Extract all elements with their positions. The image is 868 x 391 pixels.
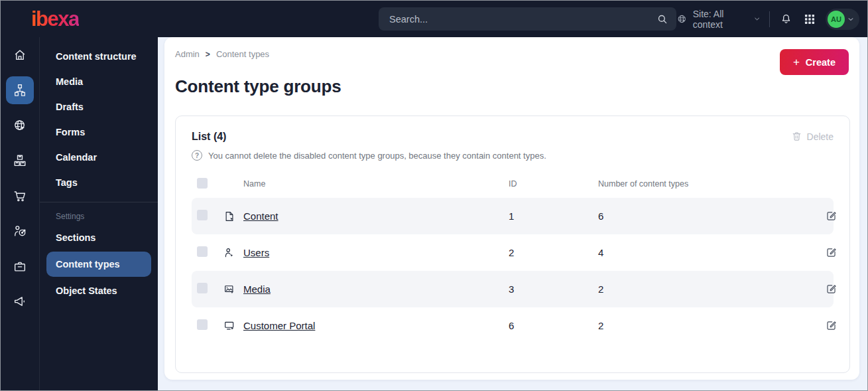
group-count: 2 (598, 283, 824, 295)
sidebar-item-media[interactable]: Media (40, 69, 158, 94)
question-icon[interactable]: ? (192, 150, 202, 161)
column-header-count: Number of content types (598, 179, 824, 189)
edit-icon (825, 283, 837, 295)
edit-button[interactable] (824, 208, 839, 224)
topbar-controls: Site: All context AU (676, 9, 867, 30)
topbar: ibexa Search... Site: All context AU (1, 1, 867, 37)
chevron-down-icon (847, 15, 855, 23)
list-card: List (4) ? You cannot delete the disable… (175, 116, 850, 373)
rail-item-commerce[interactable] (6, 182, 34, 210)
chevron-down-icon (753, 15, 761, 23)
breadcrumb-separator: > (206, 50, 210, 59)
globe-cursor-icon (13, 118, 27, 133)
content-structure-icon (13, 83, 27, 98)
sidebar-item-tags[interactable]: Tags (40, 170, 158, 195)
sidebar-item-forms[interactable]: Forms (40, 119, 158, 145)
delete-button[interactable]: Delete (791, 131, 834, 142)
list-note: ? You cannot delete the disabled content… (192, 150, 834, 161)
sidebar-item-sections[interactable]: Sections (40, 225, 158, 250)
grid-icon (804, 13, 816, 25)
topbar-logo-area: ibexa (1, 7, 158, 31)
sidebar-item-content-types[interactable]: Content types (46, 252, 151, 277)
main-area: Admin > Content types + Create Content t… (158, 37, 867, 390)
breadcrumb: Admin > Content types (175, 49, 850, 59)
delete-button-label: Delete (807, 131, 834, 142)
table-row: Media 3 2 (192, 271, 834, 307)
menu-section-header: Settings (40, 206, 158, 225)
content-type-groups-table: Name ID Number of content types Content (192, 170, 834, 344)
sidebar-item-content-structure[interactable]: Content structure (40, 44, 158, 69)
search-icon[interactable] (656, 13, 668, 25)
bell-icon (780, 13, 792, 25)
site-context-label: Site: All context (693, 9, 748, 30)
group-count: 4 (598, 247, 824, 258)
audience-target-icon (13, 224, 27, 238)
row-checkbox[interactable] (197, 246, 208, 257)
edit-icon (825, 319, 837, 332)
megaphone-icon (13, 294, 27, 309)
rail-item-campaigns[interactable] (6, 287, 34, 315)
table-row: Customer Portal 6 2 (192, 307, 834, 344)
rail-item-dashboard[interactable] (6, 41, 34, 69)
edit-button[interactable] (824, 318, 839, 333)
rail-item-admin[interactable] (6, 252, 34, 280)
home-icon (13, 48, 27, 62)
media-image-icon (223, 283, 235, 295)
table-header: Name ID Number of content types (192, 170, 834, 198)
user-icon (223, 247, 235, 259)
app-switcher-button[interactable] (802, 12, 817, 27)
row-checkbox[interactable] (197, 283, 208, 293)
briefcase-icon (13, 259, 27, 274)
globe-icon (676, 13, 688, 25)
sidebar-menu: Content structure Media Drafts Forms Cal… (39, 37, 158, 390)
create-button-label: Create (806, 57, 836, 68)
sidebar-item-calendar[interactable]: Calendar (40, 145, 158, 170)
notifications-button[interactable] (778, 11, 794, 27)
group-count: 2 (598, 320, 824, 331)
ibexa-logo[interactable]: ibexa (31, 7, 79, 31)
ibexa-admin-window: ibexa Search... Site: All context AU (0, 0, 868, 391)
portal-monitor-icon (223, 320, 235, 332)
table-row: Users 2 4 (192, 234, 834, 271)
group-link[interactable]: Media (243, 283, 271, 295)
avatar: AU (828, 11, 845, 28)
icon-rail (1, 37, 39, 390)
content-panel: Admin > Content types + Create Content t… (164, 37, 859, 380)
group-link[interactable]: Content (243, 210, 279, 222)
select-all-checkbox[interactable] (197, 178, 208, 189)
page-title: Content type groups (175, 76, 850, 97)
rail-item-content[interactable] (6, 76, 34, 104)
table-row: Content 1 6 (192, 198, 834, 234)
app-body: Content structure Media Drafts Forms Cal… (1, 37, 867, 390)
group-id: 3 (509, 283, 598, 295)
group-link[interactable]: Customer Portal (243, 320, 315, 331)
content-file-icon (223, 210, 235, 222)
breadcrumb-current: Content types (216, 49, 269, 59)
create-button[interactable]: + Create (780, 49, 849, 75)
rail-item-products[interactable] (6, 147, 34, 175)
edit-button[interactable] (824, 281, 839, 297)
edit-icon (825, 246, 837, 259)
rail-item-personalization[interactable] (6, 217, 34, 245)
menu-divider (40, 202, 158, 202)
plus-icon: + (793, 56, 800, 68)
list-title: List (4) (192, 131, 834, 143)
row-checkbox[interactable] (197, 319, 208, 330)
cart-icon (13, 189, 27, 203)
sidebar-item-drafts[interactable]: Drafts (40, 94, 158, 119)
breadcrumb-admin[interactable]: Admin (175, 49, 200, 59)
column-header-name: Name (223, 179, 509, 189)
site-context-selector[interactable]: Site: All context (676, 9, 761, 30)
search-input[interactable]: Search... (379, 7, 676, 31)
sidebar-item-object-states[interactable]: Object States (40, 278, 158, 303)
row-checkbox[interactable] (197, 210, 208, 220)
topbar-divider (769, 11, 770, 27)
edit-button[interactable] (824, 245, 839, 260)
rail-item-site[interactable] (6, 112, 34, 139)
user-menu[interactable]: AU (826, 9, 859, 30)
group-link[interactable]: Users (243, 247, 269, 258)
group-count: 6 (598, 210, 824, 222)
list-note-text: You cannot delete the disabled content t… (208, 151, 546, 161)
edit-icon (825, 210, 837, 222)
column-header-id: ID (509, 179, 598, 189)
